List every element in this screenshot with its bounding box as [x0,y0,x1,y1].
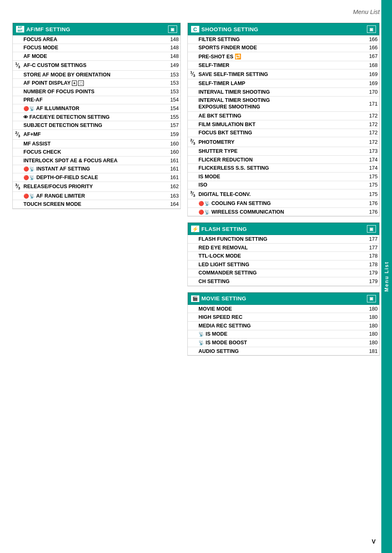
label-cell: SELF-TIMER LAMP [197,79,365,88]
table-row[interactable]: 3⁄3 RELEASE/FOCUS PRIORITY 162 [13,182,180,191]
table-row[interactable]: CH SETTING 179 [188,277,379,286]
fraction-cell [188,181,197,189]
fraction-cell [188,252,197,260]
shooting-section: C SHOOTING SETTING ▣ FILTER SETTING 166 … [187,23,380,217]
table-row[interactable]: FILTER SETTING 166 [188,35,379,44]
table-row[interactable]: 2⁄3 PHOTOMETRY 172 [188,137,379,147]
page-num: 175 [365,172,379,181]
table-row[interactable]: AF MODE 148 [13,52,180,61]
table-row[interactable]: SELF-TIMER 168 [188,61,379,69]
table-row[interactable]: 📡 IS MODE 180 [188,330,379,339]
table-row[interactable]: SUBJECT DETECTION SETTING 157 [13,121,180,130]
table-row[interactable]: INTERVAL TIMER SHOOTINGEXPOSURE SMOOTHIN… [188,96,379,112]
page-num: 163 [166,191,180,200]
page-num: 167 [365,52,379,61]
table-row[interactable]: FOCUS CHECK 160 [13,148,180,157]
page-num: 155 [166,113,180,121]
shooting-book-icon: ▣ [367,25,376,33]
page-num: 178 [365,252,379,260]
page-num: 180 [365,330,379,339]
table-row[interactable]: FOCUS BKT SETTING 172 [188,129,379,137]
table-row[interactable]: 👁 FACE/EYE DETECTION SETTING 155 [13,113,180,121]
page-num: 172 [365,129,379,137]
page-num: 153 [166,87,180,96]
table-row[interactable]: TTL-LOCK MODE 178 [188,252,379,260]
page-num: 154 [166,96,180,104]
fraction-cell [188,155,197,164]
table-row[interactable]: SPORTS FINDER MODE 166 [188,44,379,52]
fraction-cell [13,44,22,52]
table-row[interactable]: 3⁄3 DIGITAL TELE-CONV. 175 [188,189,379,199]
table-row[interactable]: MEDIA REC SETTING 180 [188,322,379,330]
table-row[interactable]: COMMANDER SETTING 179 [188,269,379,277]
label-cell: 📡 IS MODE [197,330,365,339]
table-row[interactable]: 🔴📡 AF RANGE LIMITER 163 [13,191,180,200]
page-num: 179 [365,269,379,277]
table-row[interactable]: FLICKERLESS S.S. SETTING 174 [188,164,379,173]
table-row[interactable]: INTERLOCK SPOT AE & FOCUS AREA 161 [13,157,180,165]
table-row[interactable]: 2⁄3 AF+MF 159 [13,129,180,139]
table-row[interactable]: MOVIE MODE 180 [188,305,379,313]
label-cell: FLICKERLESS S.S. SETTING [197,164,365,173]
label-cell: 🔴📡 INSTANT AF SETTING [22,165,166,173]
table-row[interactable]: FILM SIMULATION BKT 172 [188,120,379,129]
fraction-cell [13,157,22,165]
table-row[interactable]: SHUTTER TYPE 173 [188,147,379,156]
table-row[interactable]: 🔴📡 AF ILLUMINATOR 154 [13,104,180,113]
table-row[interactable]: 🔴📡 DEPTH-OF-FIELD SCALE 161 [13,173,180,182]
label-cell: SHUTTER TYPE [197,147,365,156]
table-row[interactable]: RED EYE REMOVAL 177 [188,243,379,252]
table-row[interactable]: AF POINT DISPLAY + □ 153 [13,79,180,88]
page-num: 180 [365,313,379,322]
table-row[interactable]: TOUCH SCREEN MODE 164 [13,200,180,209]
table-row[interactable]: FOCUS MODE 148 [13,44,180,52]
table-row[interactable]: STORE AF MODE BY ORIENTATION 153 [13,70,180,79]
fraction-cell [188,347,197,355]
table-row[interactable]: 🔴📡 COOLING FAN SETTING 176 [188,199,379,208]
table-row[interactable]: LED LIGHT SETTING 178 [188,260,379,269]
label-cell: FOCUS BKT SETTING [197,129,365,137]
page-num: 154 [166,104,180,113]
table-row[interactable]: AUDIO SETTING 181 [188,347,379,355]
left-column: AFMF AF/MF SETTING ▣ FOCUS AREA 148 FOCU… [12,23,181,209]
table-row[interactable]: FLICKER REDUCTION 174 [188,155,379,164]
table-row[interactable]: AE BKT SETTING 172 [188,112,379,120]
label-cell: IS MODE [197,172,365,181]
page-num: 172 [365,120,379,129]
table-row[interactable]: ISO 175 [188,181,379,189]
table-row[interactable]: NUMBER OF FOCUS POINTS 153 [13,87,180,96]
table-row[interactable]: FOCUS AREA 148 [13,35,180,44]
table-row[interactable]: FLASH FUNCTION SETTING 177 [188,235,379,243]
table-row[interactable]: 1⁄3 SAVE SELF-TIMER SETTING 169 [188,69,379,79]
table-row[interactable]: SELF-TIMER LAMP 169 [188,79,379,88]
movie-title: MOVIE SETTING [201,295,246,302]
table-row[interactable]: PRE-SHOT ES 🔁 167 [188,52,379,61]
fraction-cell [13,35,22,44]
table-row[interactable]: 🔴📡 WIRELESS COMMUNICATION 176 [188,207,379,216]
label-cell: ISO [197,181,365,189]
label-cell: STORE AF MODE BY ORIENTATION [22,70,166,79]
label-cell: AUDIO SETTING [197,347,365,355]
fraction-cell [188,207,197,216]
label-cell: RELEASE/FOCUS PRIORITY [22,182,166,191]
label-cell: INTERVAL TIMER SHOOTINGEXPOSURE SMOOTHIN… [197,96,365,112]
fraction-cell [13,200,22,209]
page-num: 157 [166,121,180,130]
table-row[interactable]: HIGH SPEED REC 180 [188,313,379,322]
table-row[interactable]: MF ASSIST 160 [13,139,180,148]
fraction-cell [13,104,22,113]
page-num: 161 [166,165,180,173]
table-row[interactable]: 1⁄3 AF-C CUSTOM SETTINGS 149 [13,60,180,70]
page-num: 168 [365,61,379,69]
sidebar-container: Menu List [381,0,392,553]
table-row[interactable]: 🔴📡 INSTANT AF SETTING 161 [13,165,180,173]
label-cell: AF-C CUSTOM SETTINGS [22,60,166,70]
fraction-cell [188,112,197,120]
table-row[interactable]: 📡 IS MODE BOOST 180 [188,339,379,347]
table-row[interactable]: PRE-AF 154 [13,96,180,104]
table-row[interactable]: IS MODE 175 [188,172,379,181]
table-row[interactable]: INTERVAL TIMER SHOOTING 170 [188,88,379,96]
fraction-cell [188,147,197,156]
fraction-cell [188,260,197,269]
page-num: 170 [365,88,379,96]
